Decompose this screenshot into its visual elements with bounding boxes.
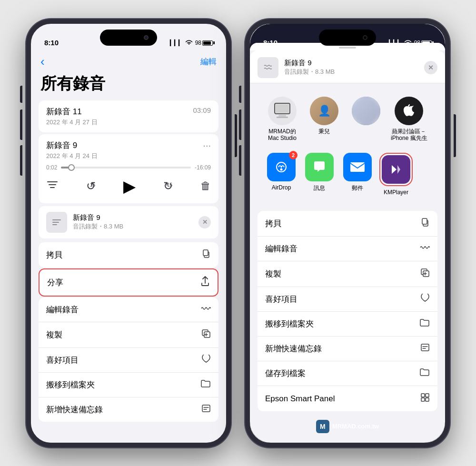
- heart-icon: [201, 355, 211, 366]
- edit-button-1[interactable]: 編輯: [200, 56, 217, 67]
- person-contact-2[interactable]: [349, 97, 383, 142]
- sheet-dup-label: 複製: [265, 268, 281, 279]
- apple-avatar: [395, 97, 423, 125]
- status-icons-2: ▎▎▎ 98: [389, 40, 432, 47]
- sheet-menu-epson[interactable]: Epson Smart Panel: [258, 386, 437, 411]
- sheet-menu-dup[interactable]: 複製: [258, 261, 437, 287]
- sheet-copy-label: 拷貝: [265, 218, 281, 229]
- rec-duration-1: 03:09: [193, 106, 211, 114]
- svg-rect-17: [350, 162, 365, 172]
- rewind-button[interactable]: ↺15: [86, 179, 96, 193]
- side-button-vol-up-2: [239, 109, 241, 140]
- phone-screen-1: 8:10 ▎▎▎ 98: [31, 24, 226, 443]
- svg-rect-26: [426, 398, 429, 401]
- play-button[interactable]: ▶: [123, 177, 136, 196]
- battery-icon-2: 98: [414, 40, 432, 46]
- folder-icon: [200, 379, 211, 390]
- sheet-edit-label: 編輯錄音: [265, 243, 298, 254]
- svg-rect-13: [277, 117, 288, 118]
- share-rec-name: 新錄音 9: [73, 213, 123, 222]
- mail-label: 郵件: [352, 184, 363, 192]
- playback-controls: ↺15 ▶ ↻15 🗑: [46, 175, 211, 198]
- menu-item-move[interactable]: 搬移到檔案夾: [39, 373, 218, 397]
- side-button-silent-2: [239, 86, 241, 103]
- menu-item-share[interactable]: 分享: [40, 269, 218, 296]
- menu-item-edit[interactable]: 編輯錄音: [39, 297, 218, 322]
- person-contact-1[interactable]: 👤 秉兒: [307, 97, 341, 142]
- kmplayer-label: KMPlayer: [384, 189, 408, 196]
- status-time-1: 8:10: [44, 39, 59, 47]
- sheet-menu-edit[interactable]: 編輯錄音: [258, 237, 437, 261]
- menu-item-favorite[interactable]: 喜好項目: [39, 348, 218, 373]
- side-button-power-2: [454, 114, 456, 157]
- trash-button[interactable]: 🗑: [200, 180, 211, 192]
- sheet-move-label: 搬移到檔案夾: [265, 318, 314, 329]
- forward-button[interactable]: ↻15: [163, 179, 173, 193]
- sheet-divider: [250, 207, 445, 211]
- svg-rect-3: [52, 219, 61, 220]
- menu-edit-label: 編輯錄音: [46, 304, 79, 315]
- menu-item-duplicate[interactable]: 複製: [39, 322, 218, 348]
- menu-duplicate-label: 複製: [46, 329, 62, 340]
- app-airdrop[interactable]: 2 AirDrop: [265, 153, 298, 196]
- share-audio-icon: [258, 57, 278, 78]
- share-thumb: [46, 212, 67, 233]
- phone-2: 8:10 ▎▎▎ 98: [245, 19, 450, 447]
- waveform-track[interactable]: [61, 167, 191, 169]
- sheet-epson-label: Epson Smart Panel: [265, 394, 335, 404]
- menu-memo-label: 新增快速備忘錄: [46, 404, 103, 415]
- screen-content-1: ‹ 編輯 所有錄音 新錄音 11 2022 年 4 月 27 日 03:09: [31, 50, 226, 443]
- copy-icon: [201, 249, 211, 261]
- dynamic-island-2: [319, 30, 376, 46]
- recording-item-1[interactable]: 新錄音 11 2022 年 4 月 27 日 03:09: [39, 100, 218, 132]
- svg-rect-1: [49, 184, 56, 185]
- side-button-silent: [20, 86, 22, 103]
- phone-1: 8:10 ▎▎▎ 98: [26, 19, 231, 447]
- apps-row: 2 AirDrop: [258, 149, 437, 201]
- signal-icon-1: ▎▎▎: [170, 40, 183, 46]
- sheet-fav-label: 喜好項目: [265, 294, 298, 305]
- kmplayer-icon: [382, 155, 410, 184]
- rec-name-1: 新錄音 11: [46, 106, 98, 117]
- app-kmplayer[interactable]: KMPlayer: [379, 153, 413, 196]
- share-subtitle: 音訊錄製・8.3 MB: [284, 68, 418, 76]
- app-messages[interactable]: 訊息: [303, 153, 336, 196]
- waveform-bar: 0:02 -16:09: [46, 164, 211, 171]
- person-mac-studio[interactable]: MRMAD的Mac Studio: [265, 97, 299, 142]
- more-button[interactable]: ···: [203, 140, 211, 151]
- menu-item-copy[interactable]: 拷貝: [39, 242, 218, 268]
- sheet-epson-icon: [420, 393, 430, 405]
- side-button-vol-down-2: [239, 145, 241, 176]
- apps-section: 2 AirDrop: [250, 147, 445, 207]
- mail-icon: [343, 153, 372, 181]
- phone-frame-1: 8:10 ▎▎▎ 98: [26, 19, 231, 447]
- dynamic-island-1: [100, 30, 157, 46]
- svg-rect-24: [426, 394, 429, 397]
- sheet-menu-move[interactable]: 搬移到檔案夾: [258, 312, 437, 337]
- edit-recording-icon: [200, 305, 211, 315]
- person-apple[interactable]: 蘋果討論區－iPhone 瘋先生: [391, 97, 427, 142]
- svg-rect-25: [421, 398, 425, 401]
- close-sheet-button[interactable]: ✕: [424, 61, 437, 74]
- app-mail[interactable]: 郵件: [341, 153, 374, 196]
- recording-item-2[interactable]: 新錄音 9 2022 年 4 月 24 日 ··· 0:02 -16:09: [39, 134, 218, 203]
- page-title-1: 所有錄音: [31, 71, 226, 100]
- share-title: 新錄音 9: [284, 59, 418, 68]
- people-row: MRMAD的Mac Studio 👤 秉兒: [258, 89, 437, 146]
- back-button-1[interactable]: ‹: [40, 54, 45, 69]
- side-button-power: [235, 114, 237, 157]
- mac-name: MRMAD的Mac Studio: [268, 128, 297, 142]
- remaining-time: -16:09: [195, 164, 211, 171]
- sheet-menu-save[interactable]: 儲存到檔案: [258, 361, 437, 386]
- sheet-menu-fav[interactable]: 喜好項目: [258, 287, 437, 312]
- sheet-save-label: 儲存到檔案: [265, 368, 306, 379]
- sheet-memo-label: 新增快速備忘錄: [265, 343, 322, 354]
- filter-icon[interactable]: [46, 179, 59, 193]
- menu-favorite-label: 喜好項目: [46, 355, 79, 366]
- sheet-menu-copy[interactable]: 拷貝: [258, 211, 437, 237]
- sheet-menu-memo[interactable]: 新增快速備忘錄: [258, 337, 437, 361]
- close-share-item[interactable]: ✕: [198, 216, 211, 228]
- menu-item-memo[interactable]: 新增快速備忘錄: [39, 397, 218, 422]
- messages-label: 訊息: [314, 184, 325, 192]
- sheet-dup-icon: [420, 268, 430, 280]
